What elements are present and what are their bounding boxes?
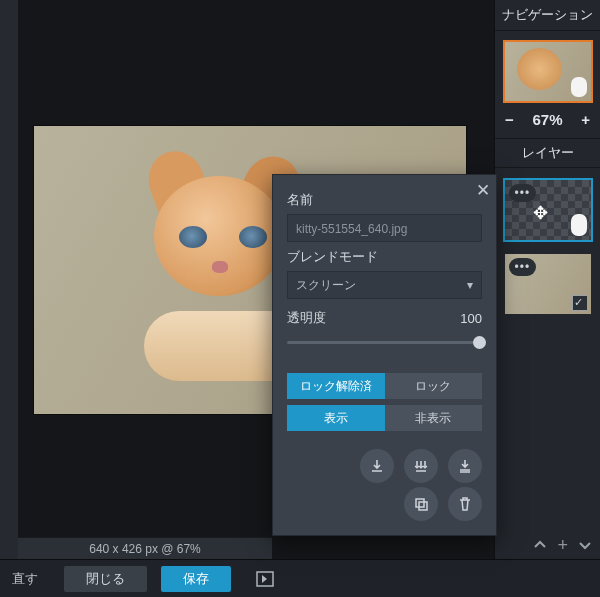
layer-properties-popup: ✕ 名前 kitty-551554_640.jpg ブレンドモード スクリーン … bbox=[272, 174, 497, 536]
svg-rect-1 bbox=[416, 499, 424, 507]
navigator-title: ナビゲーション bbox=[495, 0, 600, 31]
blendmode-label: ブレンドモード bbox=[287, 248, 482, 266]
panel-toggle-icon[interactable] bbox=[255, 569, 275, 589]
layer-options-icon[interactable]: ••• bbox=[509, 184, 537, 202]
merge-visible-icon[interactable] bbox=[404, 449, 438, 483]
blendmode-select[interactable]: スクリーン ▾ bbox=[287, 271, 482, 299]
opacity-slider[interactable] bbox=[287, 333, 482, 353]
flatten-icon[interactable] bbox=[448, 449, 482, 483]
svg-rect-2 bbox=[419, 502, 427, 510]
expand-icon[interactable] bbox=[578, 538, 592, 552]
chevron-down-icon: ▾ bbox=[467, 271, 473, 299]
zoom-out-button[interactable]: − bbox=[505, 111, 514, 128]
add-layer-button[interactable]: + bbox=[557, 535, 568, 556]
hide-button[interactable]: 非表示 bbox=[385, 405, 483, 431]
name-label: 名前 bbox=[287, 191, 482, 209]
bottom-bar: 直す 閉じる 保存 bbox=[0, 559, 600, 597]
opacity-value: 100 bbox=[460, 311, 482, 326]
canvas-dimensions-label: 640 x 426 px @ 67% bbox=[18, 537, 272, 560]
unlock-button[interactable]: ロック解除済 bbox=[287, 373, 385, 399]
blendmode-value: スクリーン bbox=[296, 271, 356, 299]
layer-visible-checkbox[interactable] bbox=[572, 295, 588, 311]
layers-title: レイヤー bbox=[495, 138, 600, 168]
close-button[interactable]: 閉じる bbox=[64, 566, 147, 592]
opacity-label: 透明度 bbox=[287, 309, 326, 327]
delete-layer-icon[interactable] bbox=[448, 487, 482, 521]
layer-item-background[interactable]: ••• bbox=[503, 252, 593, 316]
left-toolrail bbox=[0, 0, 18, 560]
collapse-icon[interactable] bbox=[533, 538, 547, 552]
layer-options-icon[interactable]: ••• bbox=[509, 258, 537, 276]
close-icon[interactable]: ✕ bbox=[476, 180, 490, 201]
right-panel: ナビゲーション − 67% + レイヤー ••• ✥ ••• + bbox=[494, 0, 600, 560]
show-button[interactable]: 表示 bbox=[287, 405, 385, 431]
undo-label[interactable]: 直す bbox=[0, 570, 50, 588]
zoom-value: 67% bbox=[532, 111, 562, 128]
duplicate-layer-icon[interactable] bbox=[404, 487, 438, 521]
lock-button[interactable]: ロック bbox=[385, 373, 483, 399]
navigator-thumbnail[interactable] bbox=[503, 40, 593, 103]
save-button[interactable]: 保存 bbox=[161, 566, 231, 592]
name-input[interactable]: kitty-551554_640.jpg bbox=[287, 214, 482, 242]
move-icon: ✥ bbox=[533, 202, 548, 224]
layer-item-selected[interactable]: ••• ✥ bbox=[503, 178, 593, 242]
merge-down-icon[interactable] bbox=[360, 449, 394, 483]
zoom-in-button[interactable]: + bbox=[581, 111, 590, 128]
